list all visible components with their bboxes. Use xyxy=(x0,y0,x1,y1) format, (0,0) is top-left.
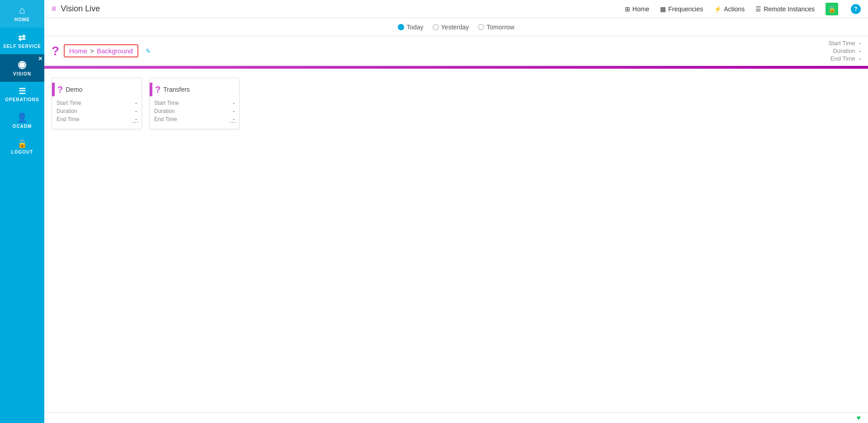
breadcrumb: Home > Background xyxy=(64,44,138,57)
nav-remote-instances[interactable]: ☰ Remote Instances xyxy=(755,5,815,13)
nav-frequencies[interactable]: ▦ Frequencies xyxy=(660,5,703,13)
card-demo-header: ? Demo xyxy=(52,78,142,99)
edit-breadcrumb-icon[interactable]: ✎ xyxy=(146,47,151,55)
duration-value: - xyxy=(859,47,861,54)
sidebar: ⌂ HOME ⇄ SELF SERVICE ✕ ◉ VISION ☰ OPERA… xyxy=(0,0,44,423)
end-time-label: End Time xyxy=(830,55,855,62)
date-option-today[interactable]: Today xyxy=(398,24,423,31)
self-service-icon: ⇄ xyxy=(18,33,26,42)
card-demo-end-time: End Time - xyxy=(57,115,137,123)
header-question-icon: ? xyxy=(52,45,59,57)
breadcrumb-home-link[interactable]: Home xyxy=(69,47,87,55)
remote-instances-icon: ☰ xyxy=(755,5,761,13)
operations-icon: ☰ xyxy=(19,87,26,95)
page-header: ? Home > Background ✎ Start Time - Durat… xyxy=(44,36,868,66)
card-transfers-stripe xyxy=(150,83,152,96)
home-nav-icon: ⊞ xyxy=(625,5,630,13)
card-transfers-body: Start Time - Duration - End Time - xyxy=(150,99,239,129)
duration-label: Duration xyxy=(833,47,855,54)
end-time-row: End Time - xyxy=(830,55,861,62)
start-time-row: Start Time - xyxy=(828,40,861,47)
logout-icon: 🔒 xyxy=(17,140,28,148)
card-transfers-question-icon: ? xyxy=(155,85,160,95)
start-time-label: Start Time xyxy=(828,40,855,47)
duration-row: Duration - xyxy=(833,47,861,54)
start-time-value: - xyxy=(859,40,861,47)
card-demo-body: Start Time - Duration - End Time - xyxy=(52,99,142,129)
breadcrumb-current-page: Background xyxy=(97,47,133,55)
sidebar-item-vision[interactable]: ✕ ◉ VISION xyxy=(0,54,44,82)
main-content: ≡ Vision Live ⊞ Home ▦ Frequencies ⚡ Act… xyxy=(44,0,868,423)
card-demo-start-time: Start Time - xyxy=(57,99,137,107)
radio-today[interactable] xyxy=(398,24,404,30)
sidebar-item-operations[interactable]: ☰ OPERATIONS xyxy=(0,82,44,108)
card-transfers-menu-button[interactable]: ⋮ xyxy=(229,119,236,125)
card-demo-question-icon: ? xyxy=(57,85,63,95)
frequencies-icon: ▦ xyxy=(660,5,666,13)
topbar: ≡ Vision Live ⊞ Home ▦ Frequencies ⚡ Act… xyxy=(44,0,868,18)
home-icon: ⌂ xyxy=(19,5,25,15)
sidebar-item-ocadm[interactable]: 👤 OCADM xyxy=(0,108,44,134)
date-option-yesterday[interactable]: Yesterday xyxy=(433,24,469,31)
radio-yesterday[interactable] xyxy=(433,24,439,30)
card-transfers-start-time: Start Time - xyxy=(154,99,235,107)
end-time-value: - xyxy=(859,55,861,62)
vision-icon: ◉ xyxy=(18,60,27,70)
card-demo-stripe xyxy=(52,83,55,96)
ocadm-icon: 👤 xyxy=(16,113,28,122)
channel-card-demo: ? Demo Start Time - Duration - End Time … xyxy=(52,78,142,129)
actions-icon: ⚡ xyxy=(714,5,722,13)
nav-actions[interactable]: ⚡ Actions xyxy=(714,5,745,13)
sidebar-item-self-service[interactable]: ⇄ SELF SERVICE xyxy=(0,28,44,54)
sidebar-item-home[interactable]: ⌂ HOME xyxy=(0,0,44,28)
breadcrumb-separator: > xyxy=(90,47,94,55)
content-area: ? Demo Start Time - Duration - End Time … xyxy=(44,69,868,412)
card-transfers-end-time: End Time - xyxy=(154,115,235,123)
channel-cards-row: ? Demo Start Time - Duration - End Time … xyxy=(52,78,861,129)
card-demo-name: Demo xyxy=(66,86,82,93)
card-transfers-duration: Duration - xyxy=(154,107,235,115)
datebar: Today Yesterday Tomorrow xyxy=(44,18,868,36)
card-demo-menu-button[interactable]: ⋮ xyxy=(132,119,139,125)
footer: ♥ xyxy=(44,412,868,423)
card-demo-duration: Duration - xyxy=(57,107,137,115)
app-title: Vision Live xyxy=(61,4,100,14)
date-option-tomorrow[interactable]: Tomorrow xyxy=(478,24,514,31)
user-avatar[interactable]: 🔒 xyxy=(826,3,838,15)
topbar-nav: ⊞ Home ▦ Frequencies ⚡ Actions ☰ Remote … xyxy=(625,3,861,15)
help-button[interactable]: ? xyxy=(851,4,861,14)
footer-heart-icon: ♥ xyxy=(857,414,861,422)
hamburger-icon[interactable]: ≡ xyxy=(52,4,57,14)
sidebar-item-logout[interactable]: 🔒 LOGOUT xyxy=(0,134,44,160)
help-icon: ? xyxy=(854,6,857,12)
nav-home[interactable]: ⊞ Home xyxy=(625,5,649,13)
vision-close-icon[interactable]: ✕ xyxy=(38,56,43,61)
channel-card-transfers: ? Transfers Start Time - Duration - End … xyxy=(149,78,240,129)
card-transfers-name: Transfers xyxy=(163,86,190,93)
avatar-icon: 🔒 xyxy=(828,5,836,13)
card-transfers-header: ? Transfers xyxy=(150,78,239,99)
page-header-time-info: Start Time - Duration - End Time - xyxy=(828,40,861,62)
radio-tomorrow[interactable] xyxy=(478,24,484,30)
